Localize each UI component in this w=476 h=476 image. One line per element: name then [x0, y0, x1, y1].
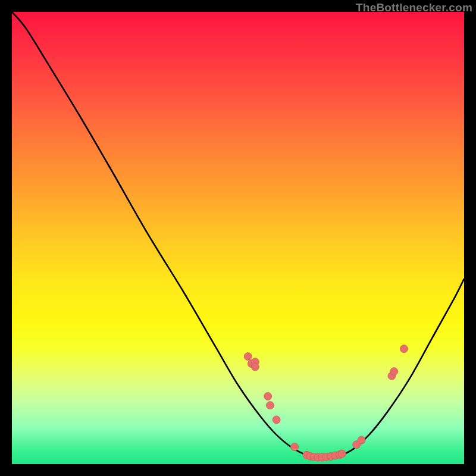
data-marker: [267, 402, 274, 409]
watermark-text: TheBottlenecker.com: [356, 1, 472, 14]
data-marker: [400, 345, 408, 353]
marker-layer: [12, 12, 464, 464]
data-marker: [390, 368, 398, 375]
data-marker: [264, 393, 272, 400]
data-marker: [338, 450, 346, 458]
data-marker: [273, 416, 280, 424]
data-marker: [358, 436, 365, 444]
data-marker: [244, 353, 252, 361]
plot-area: [12, 12, 464, 464]
marker-group: [244, 345, 408, 461]
chart-container: TheBottlenecker.com: [0, 0, 476, 476]
data-marker: [291, 443, 299, 451]
data-marker: [251, 363, 259, 371]
